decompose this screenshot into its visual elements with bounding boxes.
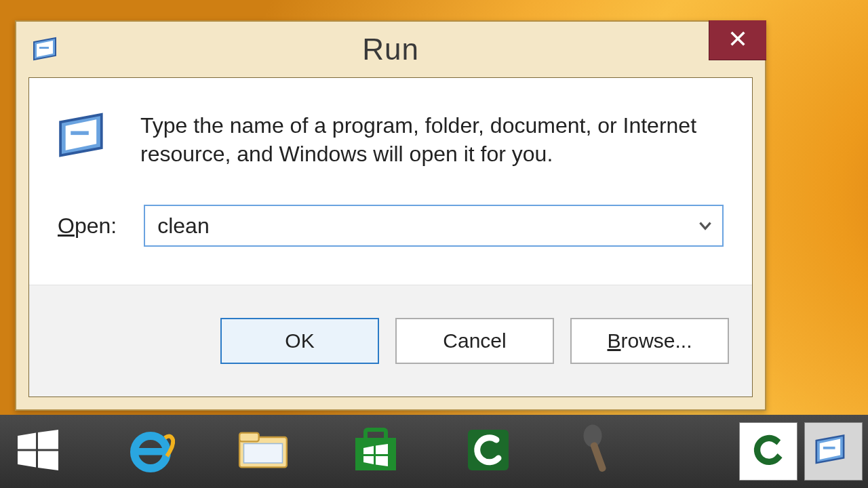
svg-rect-15	[239, 433, 259, 442]
cancel-button[interactable]: Cancel	[395, 318, 554, 364]
taskbar	[0, 415, 868, 488]
camtasia-icon	[749, 431, 787, 472]
taskbar-item-mic[interactable]	[568, 420, 633, 483]
open-label: Open:	[58, 214, 117, 239]
run-icon-large	[58, 112, 115, 161]
store-icon	[351, 426, 400, 477]
dialog-button-row: OK Cancel Browse...	[29, 285, 752, 396]
svg-rect-2	[39, 47, 49, 49]
svg-marker-22	[376, 456, 388, 466]
run-icon	[33, 37, 62, 62]
close-icon	[728, 29, 747, 51]
svg-marker-8	[18, 433, 36, 449]
microphone-icon	[576, 424, 625, 479]
svg-rect-13	[134, 448, 167, 455]
start-button[interactable]	[5, 420, 71, 483]
dialog-client-area: Type the name of a program, folder, docu…	[28, 77, 753, 397]
taskbar-item-file-explorer[interactable]	[231, 420, 296, 483]
taskbar-running-run[interactable]	[804, 422, 863, 481]
taskbar-item-ie[interactable]	[118, 420, 183, 483]
open-input[interactable]	[156, 213, 695, 239]
svg-marker-20	[376, 444, 388, 454]
taskbar-running-camtasia[interactable]	[739, 422, 797, 481]
svg-marker-10	[18, 451, 36, 468]
open-combobox[interactable]	[144, 205, 724, 247]
svg-rect-18	[366, 430, 386, 440]
run-dialog: Run Type the name of a program	[15, 20, 766, 411]
taskbar-item-camtasia[interactable]	[456, 420, 521, 483]
windows-logo-icon	[14, 426, 62, 477]
camtasia-icon	[464, 426, 513, 477]
run-icon	[814, 434, 852, 469]
ie-icon	[126, 426, 175, 477]
browse-button[interactable]: Browse...	[570, 318, 729, 364]
chevron-down-icon[interactable]	[695, 216, 715, 236]
svg-marker-11	[38, 451, 58, 471]
dialog-description: Type the name of a program, folder, docu…	[140, 112, 703, 168]
svg-rect-16	[244, 444, 283, 464]
ok-button[interactable]: OK	[220, 318, 379, 364]
taskbar-item-store[interactable]	[343, 420, 408, 483]
dialog-title: Run	[16, 33, 765, 66]
svg-rect-28	[823, 447, 835, 449]
titlebar[interactable]: Run	[16, 22, 765, 77]
close-button[interactable]	[709, 20, 766, 60]
svg-rect-25	[590, 441, 607, 472]
folder-icon	[237, 428, 289, 475]
svg-rect-7	[71, 131, 89, 135]
svg-marker-9	[38, 430, 58, 449]
